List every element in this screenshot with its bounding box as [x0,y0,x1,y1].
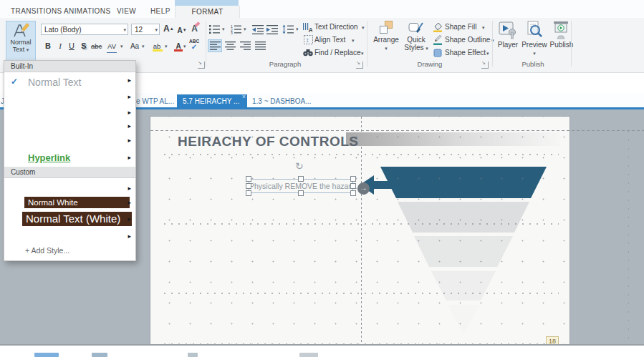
quick-styles-button[interactable]: Quick Styles ▾ [401,21,431,52]
font-dialog-launcher[interactable] [198,62,205,69]
shrink-font-button[interactable]: A▼ [177,24,187,36]
menu-item-blank-style[interactable]: ▸ [4,185,135,195]
align-center-button[interactable] [224,40,236,52]
arrange-button[interactable]: Arrange ▾ [371,21,401,52]
character-spacing-button[interactable]: AV [107,40,117,53]
find-replace-button[interactable]: Find / Replace [314,48,360,58]
shape-fill-button[interactable]: Shape Fill [445,22,476,32]
bold-button[interactable]: B [43,40,53,52]
chevron-down-icon[interactable]: ▾ [362,25,365,31]
grow-font-button[interactable]: A▲ [163,23,174,35]
spell-check-button[interactable]: ABC✓ [189,39,199,51]
callout-arrow-shaft[interactable] [369,181,406,189]
align-left-button[interactable] [208,40,221,52]
resize-handle-bottom-left[interactable] [246,190,251,196]
submenu-arrow-icon: ▸ [128,122,131,129]
text-style-button[interactable]: Normal Text ▾ [6,21,36,61]
tab-transitions[interactable]: TRANSITIONS [11,5,62,18]
align-right-button[interactable] [239,40,251,52]
document-tab-wtp[interactable]: e WTP AL... [136,95,174,107]
strikethrough-button[interactable]: abc [91,40,102,52]
line-spacing-icon[interactable] [282,24,294,34]
menu-item-normal-text[interactable]: ✓ Normal Text ▸ [4,77,135,91]
chevron-down-icon[interactable]: ▾ [183,44,186,49]
align-text-button[interactable]: Align Text [314,35,345,45]
text-shadow-button[interactable]: S [79,40,89,52]
decrease-indent-icon[interactable] [252,24,264,34]
menu-item-blank-style[interactable]: ▸ [4,137,135,147]
document-tab-dashboard[interactable]: 1.3 ~ DASHBOA... [252,95,312,107]
chevron-down-icon[interactable]: ▾ [244,26,246,32]
bullet-list-icon[interactable] [209,24,221,34]
menu-item-normal-white[interactable]: Normal White ▸ [4,197,135,209]
font-size-combo[interactable]: 12 ▾ [131,24,160,35]
text-style-icon [12,23,29,39]
underline-button[interactable]: U [67,40,77,52]
resize-handle-top-middle[interactable] [298,176,304,182]
funnel-level-5[interactable] [448,305,479,335]
resize-handle-middle-right[interactable] [350,183,356,189]
menu-item-blank-style[interactable]: ▸ [4,122,135,132]
tab-animations[interactable]: ANIMATIONS [64,5,110,18]
tab-help[interactable]: HELP [150,5,170,18]
rotation-handle-icon[interactable]: ↻ [295,160,304,172]
resize-handle-bottom-middle[interactable] [298,190,304,196]
justify-button[interactable] [254,40,266,52]
chevron-down-icon[interactable]: ▾ [482,25,485,31]
menu-item-normal-text-white[interactable]: Normal Text (White) ▸ [4,212,135,227]
font-name-combo[interactable]: Lato (Body) ▾ [41,24,128,35]
menu-item-blank-style[interactable]: ▸ [4,233,135,243]
shape-outline-icon [433,35,443,45]
tab-view[interactable]: VIEW [117,5,136,18]
text-direction-button[interactable]: Text Direction [314,22,358,32]
resize-handle-bottom-right[interactable] [350,190,356,196]
chevron-down-icon: ▾ [426,46,428,51]
slide-title[interactable]: HEIRACHY OF CONTROLS [178,134,358,150]
submenu-arrow-icon: ▸ [128,185,131,192]
chevron-down-icon[interactable]: ▾ [142,44,145,49]
player-button[interactable]: Player [496,21,520,49]
menu-item-hyperlink[interactable]: Hyperlink ▸ [4,152,135,165]
shape-effect-icon [433,48,443,58]
resize-handle-middle-left[interactable] [246,183,251,189]
funnel-level-2[interactable] [398,202,529,233]
resize-handle-top-right[interactable] [350,176,356,182]
funnel-level-4[interactable] [431,271,496,300]
menu-item-label: Normal Text (White) [22,212,132,226]
tab-format[interactable]: FORMAT [175,6,240,18]
status-text-fragment [299,353,318,357]
menu-item-blank-style[interactable]: ▸ [4,93,135,103]
text-highlight-button[interactable]: ab [152,40,162,52]
add-style-button[interactable]: + Add Style... [4,246,135,258]
chevron-down-icon[interactable]: ▾ [352,38,355,44]
shape-outline-button[interactable]: Shape Outline [445,35,490,45]
chevron-down-icon[interactable]: ▾ [486,51,489,57]
chevron-down-icon[interactable]: ▾ [165,44,168,49]
funnel-level-3[interactable] [414,236,513,267]
chevron-down-icon[interactable]: ▾ [296,26,299,32]
dotted-guide [628,131,629,340]
paragraph-dialog-launcher[interactable] [356,62,363,69]
clear-formatting-button[interactable]: A [191,23,201,35]
resize-handle-top-left[interactable] [246,176,251,182]
publish-group-label: Publish [493,60,573,68]
drawing-dialog-launcher[interactable] [481,62,489,69]
builtin-section-header: Built-In [4,61,135,72]
chevron-down-icon[interactable]: ▾ [361,51,364,57]
document-tab-heirachy-active[interactable]: 5.7 HEIRACHY ... × [177,94,247,108]
animation-arrow-icon[interactable]: → [357,182,370,195]
close-icon[interactable]: × [242,94,246,100]
submenu-arrow-icon: ▸ [128,199,131,206]
numbered-list-icon[interactable]: 123 [231,24,242,34]
paragraph-group-label: Paragraph [236,60,334,68]
chevron-down-icon[interactable]: ▾ [222,26,225,32]
font-color-button[interactable]: A [173,40,183,52]
menu-item-label: Normal Text [28,77,81,88]
increase-indent-icon[interactable] [266,24,278,34]
change-case-button[interactable]: Aa [130,40,140,52]
menu-item-blank-style[interactable]: ▸ [4,109,135,119]
italic-button[interactable]: I [55,40,65,52]
preview-button[interactable]: Preview ▾ [522,21,547,57]
shape-effect-button[interactable]: Shape Effect [445,48,486,58]
chevron-down-icon[interactable]: ▾ [120,44,123,49]
